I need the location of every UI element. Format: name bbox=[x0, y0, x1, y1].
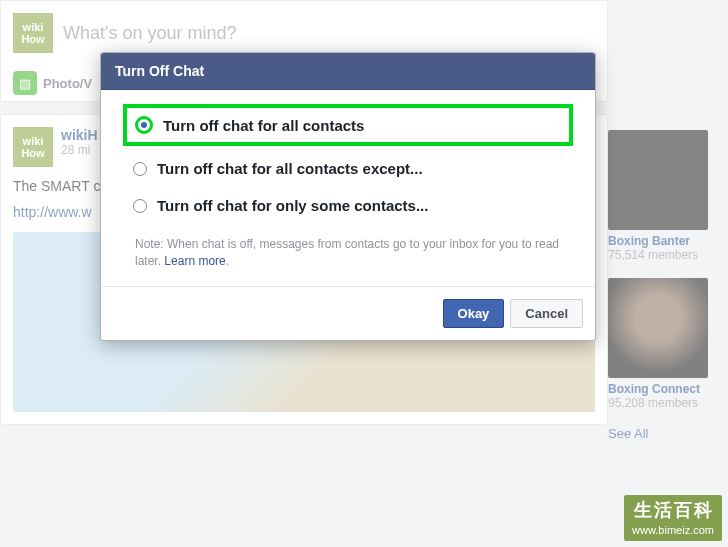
okay-button[interactable]: Okay bbox=[443, 299, 505, 328]
option-label: Turn off chat for only some contacts... bbox=[157, 197, 428, 214]
watermark: 生活百科 www.bimeiz.com bbox=[624, 495, 722, 541]
radio-icon[interactable] bbox=[135, 116, 153, 134]
radio-icon[interactable] bbox=[133, 199, 147, 213]
cancel-button[interactable]: Cancel bbox=[510, 299, 583, 328]
option-all-except[interactable]: Turn off chat for all contacts except... bbox=[127, 150, 569, 187]
turn-off-chat-dialog: Turn Off Chat Turn off chat for all cont… bbox=[100, 52, 596, 341]
radio-icon[interactable] bbox=[133, 162, 147, 176]
dialog-note: Note: When chat is off, messages from co… bbox=[127, 224, 569, 276]
learn-more-link[interactable]: Learn more bbox=[164, 254, 225, 268]
option-label: Turn off chat for all contacts except... bbox=[157, 160, 423, 177]
option-label: Turn off chat for all contacts bbox=[163, 117, 364, 134]
option-only-some[interactable]: Turn off chat for only some contacts... bbox=[127, 187, 569, 224]
dialog-title: Turn Off Chat bbox=[101, 53, 595, 90]
option-all-contacts[interactable]: Turn off chat for all contacts bbox=[123, 104, 573, 146]
